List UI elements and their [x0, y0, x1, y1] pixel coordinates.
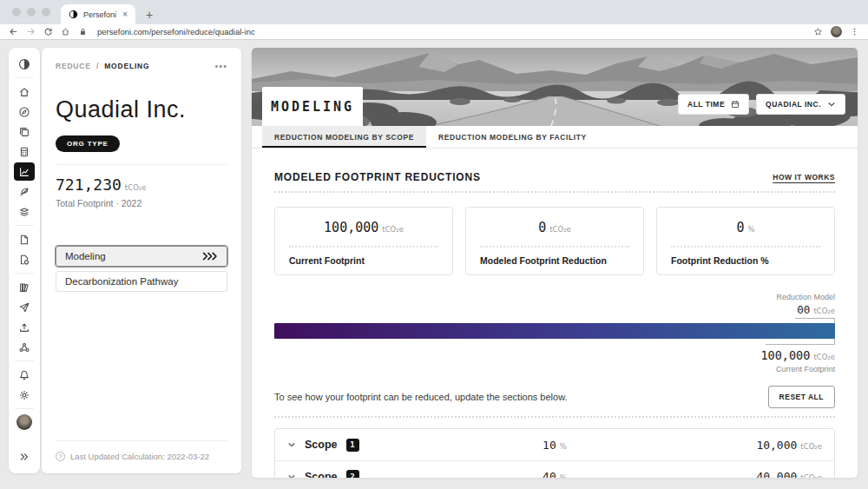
scope-value: 40,000 — [756, 470, 797, 478]
scope-percent-unit: % — [560, 442, 567, 451]
browser-tab[interactable]: Persefoni × — [61, 4, 135, 24]
user-avatar[interactable] — [16, 414, 32, 430]
scope-percent-unit: % — [560, 473, 567, 478]
main-panel: MODELING ALL TIME QUADIAL INC. REDUCTION… — [252, 48, 858, 478]
bar-current-label: Current Footprint — [274, 365, 835, 373]
notifications-bell-icon[interactable] — [14, 366, 35, 384]
how-it-works-link[interactable]: HOW IT WORKS — [773, 173, 835, 182]
entity-title: Quadial Inc. — [56, 96, 227, 123]
breadcrumb-separator: / — [96, 62, 99, 70]
settings-gear-icon[interactable] — [14, 386, 35, 404]
home-icon[interactable] — [14, 83, 35, 101]
address-bar[interactable]: persefoni.com/persefoni/reduce/quadial-i… — [97, 27, 806, 36]
dotted-divider — [274, 416, 835, 418]
reload-icon[interactable] — [43, 27, 53, 36]
total-footprint-unit: tCO₂e — [125, 183, 147, 192]
dotted-divider — [480, 246, 629, 248]
modeling-nav-label: Modeling — [65, 251, 106, 261]
last-updated-row: ? Last Updated Calculation: 2022-03-22 — [56, 440, 227, 461]
triple-chevron-icon — [202, 252, 218, 261]
reduction-model-value: 00 — [797, 303, 810, 316]
reduction-bar-section: Reduction Model 00tCO₂e 100,000tCO₂e Cur… — [274, 293, 835, 373]
calculator-icon[interactable] — [14, 142, 35, 161]
section-title: MODELED FOOTPRINT REDUCTIONS — [274, 171, 481, 183]
breadcrumb-section[interactable]: REDUCE — [56, 62, 91, 70]
scope-2-row[interactable]: Scope 2 40% 40,000tCO₂e — [275, 460, 834, 478]
upload-icon[interactable] — [14, 318, 35, 336]
tab-reduction-by-scope[interactable]: REDUCTION MODELING BY SCOPE — [262, 126, 426, 148]
tab-title: Persefoni — [83, 10, 117, 19]
card-value: 0 — [538, 220, 546, 235]
card-unit: tCO₂e — [382, 225, 404, 234]
maximize-window-button[interactable] — [42, 8, 50, 17]
home-icon[interactable] — [61, 27, 70, 36]
close-tab-icon[interactable]: × — [122, 10, 128, 19]
report-icon[interactable] — [14, 250, 35, 268]
breadcrumb-page: MODELING — [104, 62, 149, 70]
network-icon[interactable] — [14, 338, 35, 356]
dotted-divider — [274, 191, 835, 193]
scope-percent: 10 — [542, 439, 556, 452]
expand-sidebar-icon[interactable] — [14, 447, 35, 466]
card-label: Modeled Footprint Reduction — [480, 255, 629, 266]
bar-current-unit: tCO₂e — [813, 353, 835, 361]
scope-name: Scope — [305, 471, 338, 479]
decarbonization-nav-label: Decarbonization Pathway — [65, 276, 178, 287]
calendar-icon — [731, 100, 740, 109]
scope-1-row[interactable]: Scope 1 10% 10,000tCO₂e — [275, 429, 834, 460]
document-icon[interactable] — [14, 230, 35, 248]
org-filter-button[interactable]: QUADIAL INC. — [756, 94, 845, 115]
persefoni-favicon — [69, 10, 78, 19]
footprint-reduction-pct-card: 0% Footprint Reduction % — [656, 207, 835, 275]
current-footprint-card: 100,000tCO₂e Current Footprint — [274, 207, 453, 275]
new-tab-button[interactable]: + — [146, 8, 153, 22]
dotted-divider — [671, 246, 820, 248]
icon-rail — [9, 48, 40, 473]
card-label: Current Footprint — [289, 255, 438, 266]
scope-name: Scope — [305, 439, 338, 451]
scope-value-unit: tCO₂e — [800, 442, 822, 451]
org-type-badge: ORG TYPE — [56, 135, 120, 152]
explore-compass-icon[interactable] — [14, 102, 35, 121]
chevron-down-icon[interactable] — [287, 440, 296, 449]
card-value: 0 — [736, 220, 744, 235]
browser-tab-strip: Persefoni × + — [0, 0, 868, 24]
browser-toolbar: persefoni.com/persefoni/reduce/quadial-i… — [0, 24, 868, 40]
overflow-menu-icon[interactable]: ••• — [214, 63, 227, 69]
share-icon[interactable] — [14, 298, 35, 316]
minimize-window-button[interactable] — [27, 8, 36, 17]
persefoni-logo-icon[interactable] — [14, 55, 35, 73]
total-footprint-caption: Total Footprint · 2022 — [56, 198, 227, 208]
reset-all-button[interactable]: RESET ALL — [768, 386, 835, 408]
modeling-chart-icon-active[interactable] — [14, 162, 35, 181]
back-icon[interactable] — [9, 27, 18, 36]
entity-panel: REDUCE / MODELING ••• Quadial Inc. ORG T… — [42, 48, 241, 473]
tab-reduction-by-facility[interactable]: REDUCTION MODELING BY FACILITY — [426, 126, 599, 148]
reduction-model-unit: tCO₂e — [813, 307, 835, 315]
time-filter-button[interactable]: ALL TIME — [678, 94, 749, 115]
collections-icon[interactable] — [14, 122, 35, 141]
bar-current-value: 100,000 — [760, 348, 810, 362]
org-filter-label: QUADIAL INC. — [766, 100, 821, 109]
chevron-down-icon[interactable] — [287, 472, 296, 479]
current-footprint-bracket — [766, 339, 835, 345]
app-root: REDUCE / MODELING ••• Quadial Inc. ORG T… — [0, 40, 868, 489]
bookmark-star-icon[interactable] — [813, 27, 823, 36]
decarbonization-pathway-nav-button[interactable]: Decarbonization Pathway — [56, 271, 227, 292]
reduction-model-label: Reduction Model — [274, 293, 835, 301]
library-icon[interactable] — [14, 278, 35, 296]
browser-menu-icon[interactable] — [850, 27, 859, 36]
layers-icon[interactable] — [14, 202, 35, 221]
lock-icon — [78, 27, 88, 36]
leaf-icon[interactable] — [14, 182, 35, 201]
help-icon[interactable]: ? — [56, 452, 65, 461]
rail-divider — [15, 273, 34, 274]
modeling-nav-button[interactable]: Modeling — [56, 246, 227, 267]
browser-profile-avatar[interactable] — [831, 26, 842, 37]
card-unit: % — [747, 225, 754, 234]
card-value: 100,000 — [324, 220, 378, 235]
window-controls[interactable] — [12, 0, 50, 24]
close-window-button[interactable] — [12, 8, 21, 17]
rail-divider — [15, 360, 34, 361]
forward-icon[interactable] — [26, 27, 36, 36]
